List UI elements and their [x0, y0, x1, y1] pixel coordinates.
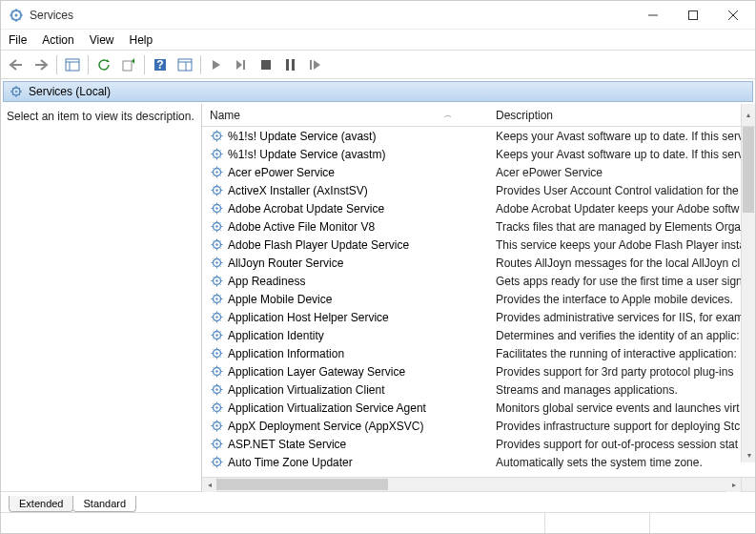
service-row[interactable]: Adobe Active File Monitor V8Tracks files… [202, 217, 755, 236]
maximize-button[interactable] [673, 2, 713, 29]
scroll-down-arrow[interactable]: ▾ [742, 448, 755, 462]
service-name: Adobe Active File Monitor V8 [228, 220, 375, 234]
horizontal-scrollbar[interactable]: ◂ ▸ [202, 477, 755, 491]
separator [144, 55, 145, 74]
service-name: Adobe Flash Player Update Service [228, 238, 409, 252]
svg-point-45 [215, 334, 217, 336]
refresh-button[interactable] [92, 53, 115, 76]
service-description: Monitors global service events and launc… [488, 401, 755, 415]
service-row[interactable]: Application Layer Gateway ServiceProvide… [202, 362, 755, 380]
gear-icon [210, 328, 224, 342]
service-row[interactable]: Application Host Helper ServiceProvides … [202, 308, 755, 326]
service-name: Application Layer Gateway Service [228, 365, 405, 379]
service-row[interactable]: AllJoyn Router ServiceRoutes AllJoyn mes… [202, 254, 755, 272]
service-name: Application Virtualization Service Agent [228, 401, 426, 415]
start-service-button[interactable] [205, 53, 228, 76]
scrollbar-corner [741, 478, 755, 491]
separator [56, 55, 57, 74]
service-row[interactable]: ActiveX Installer (AxInstSV)Provides Use… [202, 181, 755, 199]
svg-point-49 [215, 370, 217, 372]
svg-rect-19 [310, 60, 312, 70]
gear-icon [210, 364, 224, 379]
gear-icon [210, 419, 224, 433]
svg-point-39 [215, 279, 217, 281]
service-name: AppX Deployment Service (AppXSVC) [228, 420, 423, 433]
horizontal-scroll-thumb[interactable] [216, 479, 388, 490]
svg-point-21 [15, 91, 17, 92]
service-name: AllJoyn Router Service [228, 257, 343, 270]
svg-point-35 [215, 243, 217, 245]
gear-icon [210, 310, 224, 324]
service-name: Application Identity [228, 329, 324, 342]
stop-service-button[interactable] [255, 53, 277, 76]
export-list-button[interactable] [117, 53, 140, 76]
service-name: Application Host Helper Service [228, 311, 389, 324]
service-row[interactable]: Application Virtualization Service Agent… [202, 399, 755, 417]
service-name: ActiveX Installer (AxInstSV) [228, 184, 368, 197]
menu-help[interactable]: Help [130, 33, 153, 47]
service-row[interactable]: Acer ePower ServiceAcer ePower Service [202, 163, 755, 181]
svg-point-55 [215, 424, 217, 426]
column-headers: Name ︿ Description ▴ [202, 104, 755, 127]
service-description: Tracks files that are managed by Element… [488, 220, 755, 234]
forward-button[interactable] [30, 53, 52, 76]
restart-once-button[interactable] [230, 53, 253, 76]
scroll-right-arrow[interactable]: ▸ [726, 478, 741, 492]
status-pane-2 [545, 513, 650, 533]
gear-icon [210, 183, 224, 197]
svg-point-41 [215, 298, 217, 299]
menu-bar: File Action View Help [1, 30, 755, 51]
service-row[interactable]: ASP.NET State ServiceProvides support fo… [202, 435, 755, 453]
column-header-name[interactable]: Name ︿ [202, 109, 488, 122]
svg-point-59 [215, 461, 217, 462]
back-button[interactable] [5, 53, 28, 76]
category-label: Services (Local) [29, 85, 111, 98]
category-header[interactable]: Services (Local) [3, 81, 753, 102]
restart-service-button[interactable] [304, 53, 327, 76]
title-bar: Services [1, 1, 755, 30]
gear-icon [210, 147, 224, 161]
description-hint: Select an item to view its description. [7, 110, 194, 123]
vertical-scrollbar[interactable]: ▾ [741, 127, 755, 462]
column-header-description[interactable]: Description [488, 109, 561, 122]
content-area: Select an item to view its description. … [1, 104, 755, 491]
vertical-scroll-thumb[interactable] [743, 127, 754, 213]
scroll-up-arrow[interactable]: ▴ [741, 104, 755, 126]
svg-rect-16 [261, 60, 271, 70]
service-description: Provides support for 3rd party protocol … [488, 365, 755, 379]
menu-file[interactable]: File [9, 33, 27, 47]
service-row[interactable]: App ReadinessGets apps ready for use the… [202, 272, 755, 290]
help-button[interactable]: ? [149, 53, 172, 76]
service-row[interactable]: Application IdentityDetermines and verif… [202, 326, 755, 344]
svg-rect-3 [689, 10, 698, 19]
service-row[interactable]: Apple Mobile DeviceProvides the interfac… [202, 290, 755, 308]
svg-rect-12 [178, 59, 192, 71]
service-description: Provides User Account Control validation… [488, 184, 755, 197]
service-row[interactable]: Application Virtualization ClientStreams… [202, 380, 755, 399]
service-row[interactable]: Adobe Acrobat Update ServiceAdobe Acroba… [202, 199, 755, 217]
show-hide-tree-button[interactable] [61, 53, 84, 76]
sort-indicator-icon: ︿ [444, 110, 452, 120]
menu-view[interactable]: View [90, 33, 114, 47]
tab-extended[interactable]: Extended [9, 496, 73, 512]
menu-action[interactable]: Action [42, 33, 73, 47]
service-name: Adobe Acrobat Update Service [228, 202, 384, 216]
service-row[interactable]: %1!s! Update Service (avast)Keeps your A… [202, 127, 755, 145]
pause-service-button[interactable] [279, 53, 302, 76]
service-row[interactable]: Adobe Flash Player Update ServiceThis se… [202, 236, 755, 254]
tab-standard[interactable]: Standard [72, 496, 136, 512]
service-row[interactable]: Auto Time Zone UpdaterAutomatically sets… [202, 453, 755, 471]
close-button[interactable] [713, 2, 753, 29]
services-icon [10, 85, 23, 98]
scroll-left-arrow[interactable]: ◂ [202, 478, 216, 492]
minimize-button[interactable] [633, 2, 673, 29]
service-row[interactable]: AppX Deployment Service (AppXSVC)Provide… [202, 417, 755, 435]
svg-point-33 [215, 225, 217, 227]
service-row[interactable]: %1!s! Update Service (avastm)Keeps your … [202, 145, 755, 163]
svg-rect-15 [243, 60, 245, 70]
svg-point-31 [215, 207, 217, 209]
service-row[interactable]: Application InformationFacilitates the r… [202, 344, 755, 362]
service-description: Keeps your Avast software up to date. If… [488, 130, 755, 143]
service-name: Auto Time Zone Updater [228, 456, 353, 469]
properties-button[interactable] [174, 53, 196, 76]
